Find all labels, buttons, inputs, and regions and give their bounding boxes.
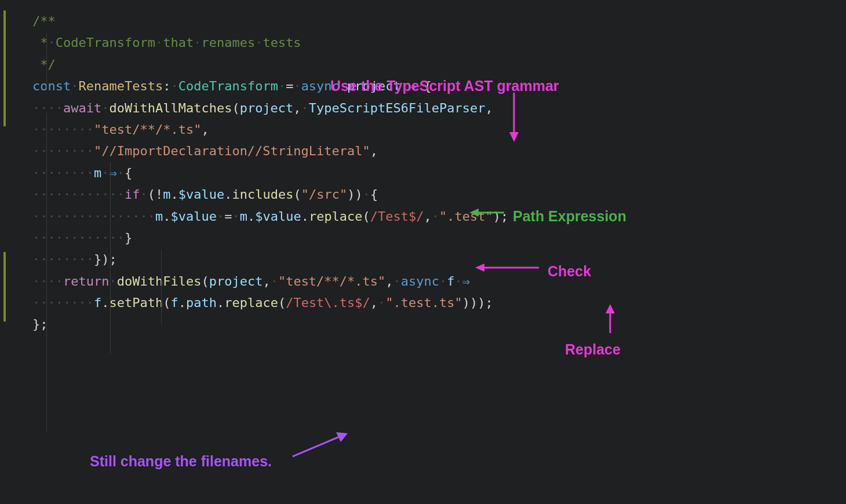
code-line: */: [32, 54, 846, 75]
indent-guide: [161, 249, 162, 324]
code-line: ················m.$value·=·m.$value.repl…: [32, 206, 846, 227]
comment-open: /**: [32, 14, 56, 28]
code-line: ····return·doWithFiles(project,·"test/**…: [32, 271, 846, 292]
code-line: ········"test/**/*.ts",: [32, 119, 846, 140]
code-line: ············}: [32, 227, 846, 249]
arrow-diag-icon: [290, 428, 353, 462]
code-line: };: [32, 313, 846, 335]
code-line: ············if·(!m.$value.includes("/src…: [32, 184, 846, 205]
indent-guide: [46, 113, 47, 432]
code-line: ········m·⇒·{: [32, 162, 846, 184]
annotation-path-expression: Path Expression: [513, 204, 626, 229]
indent-guide: [46, 34, 47, 89]
svg-line-8: [293, 436, 342, 456]
code-line: /**: [32, 10, 846, 32]
annotation-replace: Replace: [565, 337, 621, 362]
code-line: ····await·doWithAllMatches(project,·Type…: [32, 97, 846, 119]
code-line: ········});: [32, 249, 846, 270]
code-editor[interactable]: /** *·CodeTransform·that·renames·tests *…: [0, 0, 846, 335]
svg-marker-9: [336, 432, 348, 442]
indent-guide: [110, 162, 111, 353]
annotation-filenames: Still change the filenames.: [90, 449, 272, 474]
annotation-check: Check: [548, 259, 591, 284]
comment-close: */: [32, 57, 56, 72]
code-line: ········"//ImportDeclaration//StringLite…: [32, 140, 846, 162]
code-line: ········f.setPath(f.path.replace(/Test\.…: [32, 292, 846, 313]
code-line: *·CodeTransform·that·renames·tests: [32, 32, 846, 53]
annotation-ast-grammar: Use the TypeScript AST grammar: [330, 74, 559, 98]
